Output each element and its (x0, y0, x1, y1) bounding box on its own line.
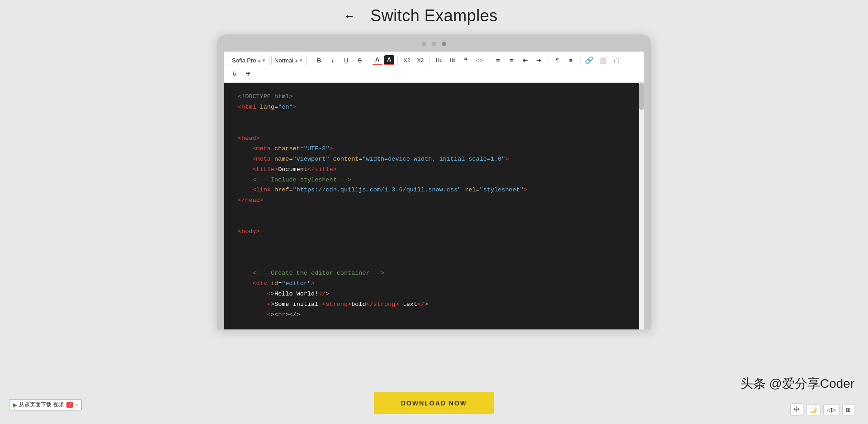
scrollbar-track[interactable] (639, 83, 644, 329)
align-justify-button[interactable]: ≡ (565, 54, 577, 66)
color-bg-button[interactable]: A (384, 55, 394, 65)
italic-button[interactable]: I (327, 54, 339, 66)
color-button[interactable]: A (373, 55, 382, 65)
screen-scroll: <!DOCTYPE html> <html lang="en"> <head> … (224, 83, 644, 329)
code-line-15 (238, 237, 635, 248)
divider-4 (429, 56, 430, 65)
code-line-3 (238, 113, 635, 123)
code-line-12 (238, 206, 635, 216)
editor-toolbar: Sofia Pro ▲▼ Normal ▲▼ B I U S A A (224, 52, 644, 83)
list-ol-button[interactable]: ≡ (492, 54, 504, 66)
laptop-dots (224, 42, 644, 46)
style-select[interactable]: Normal ▲▼ (271, 56, 307, 65)
code-line-16 (238, 248, 635, 258)
watermark: 头条 @爱分享Coder (741, 375, 854, 392)
code-line-9: <!-- Include stylesheet --> (238, 175, 635, 186)
code-line-10: <link href="https://cdn.quilljs.com/1.3.… (238, 185, 635, 195)
strike-button[interactable]: S (354, 54, 366, 66)
superscript-button[interactable]: X2 (401, 54, 413, 66)
back-arrow-icon[interactable]: ← (344, 9, 355, 23)
system-tray: 中 🌙 ◁▷ ⊞ (790, 403, 854, 416)
code-line-20: <>Hello World!</> (238, 289, 635, 300)
video-button[interactable]: ⬚ (611, 54, 623, 66)
code-line-18: <!-- Create the editor container --> (238, 268, 635, 279)
video-play-icon: ▶ (13, 402, 17, 408)
divider-6 (548, 56, 548, 65)
code-button[interactable]: <> (474, 54, 486, 66)
header: ← Switch Examples (0, 0, 868, 30)
style-name: Normal (274, 57, 293, 64)
code-line-17 (238, 258, 635, 268)
code-line-4 (238, 123, 635, 133)
divider-5 (489, 56, 489, 65)
image-button[interactable]: ⬜ (597, 54, 609, 66)
divider-3 (397, 56, 398, 65)
dot-3 (442, 42, 446, 46)
tray-lang[interactable]: 中 (790, 403, 803, 416)
code-line-1: <!DOCTYPE html> (238, 92, 635, 102)
code-line-22: <><br></> (238, 310, 635, 320)
list-ul-button[interactable]: ≡ (506, 54, 518, 66)
code-line-2: <html lang="en"> (238, 102, 635, 113)
blockquote-button[interactable]: ❝ (460, 54, 472, 66)
divider-7 (580, 56, 580, 65)
dot-1 (422, 42, 426, 46)
watermark-text: 头条 @爱分享Coder (741, 376, 854, 391)
video-download-overlay: ▶ 从该页面下载 视频 2 × (9, 399, 82, 410)
code-editor[interactable]: <!DOCTYPE html> <html lang="en"> <head> … (224, 83, 644, 329)
divider-1 (310, 56, 310, 65)
code-line-14: <body> (238, 227, 635, 237)
indent-more-button[interactable]: ⇥ (533, 54, 545, 66)
code-line-6: <meta charset="UTF-8"> (238, 144, 635, 154)
link-button[interactable]: 🔗 (584, 54, 595, 66)
scrollbar-thumb[interactable] (639, 83, 644, 110)
bold-button[interactable]: B (313, 54, 325, 66)
laptop-screen: Sofia Pro ▲▼ Normal ▲▼ B I U S A A (224, 52, 644, 329)
code-line-5: <head> (238, 133, 635, 144)
page-title: Switch Examples (370, 6, 498, 25)
download-button[interactable]: DOWNLOAD NOW (374, 392, 494, 414)
video-close-icon[interactable]: × (75, 402, 78, 408)
align-left-button[interactable]: ¶ (552, 54, 563, 66)
video-label: 从该页面下载 视频 (19, 401, 64, 409)
code-line-13 (238, 216, 635, 227)
color-a-label: A (375, 56, 379, 63)
subscript-button[interactable]: X2 (415, 54, 426, 66)
clean-button[interactable]: T (242, 68, 254, 80)
code-line-21: <>Some initial <strong>bold</strong> tex… (238, 300, 635, 310)
color-a-bg-label: A (387, 56, 391, 63)
bottom-bar: DOWNLOAD NOW (0, 384, 868, 424)
font-select-arrow: ▲▼ (257, 58, 266, 63)
formula-button[interactable]: fx (229, 68, 241, 80)
dot-2 (432, 42, 436, 46)
divider-8 (626, 56, 626, 65)
font-name: Sofia Pro (232, 57, 256, 64)
h2-button[interactable]: H2 (447, 54, 458, 66)
code-line-7: <meta name="viewport" content="width=dev… (238, 154, 635, 165)
divider-2 (369, 56, 369, 65)
tray-grid[interactable]: ⊞ (842, 404, 854, 415)
h1-button[interactable]: H1 (433, 54, 445, 66)
code-line-11: </head> (238, 195, 635, 206)
tray-moon[interactable]: 🌙 (806, 404, 821, 415)
style-select-arrow: ▲▼ (294, 58, 303, 63)
laptop-container: Sofia Pro ▲▼ Normal ▲▼ B I U S A A (0, 34, 868, 329)
laptop-frame: Sofia Pro ▲▼ Normal ▲▼ B I U S A A (217, 34, 651, 329)
indent-less-button[interactable]: ⇤ (519, 54, 531, 66)
underline-button[interactable]: U (340, 54, 352, 66)
video-download-button[interactable]: ▶ 从该页面下载 视频 2 × (9, 399, 82, 410)
font-select[interactable]: Sofia Pro ▲▼ (229, 56, 269, 65)
tray-sound[interactable]: ◁▷ (823, 404, 840, 415)
code-line-8: <title>Document</title> (238, 165, 635, 175)
code-line-19: <div id="editor"> (238, 279, 635, 289)
video-badge: 2 (66, 402, 73, 408)
